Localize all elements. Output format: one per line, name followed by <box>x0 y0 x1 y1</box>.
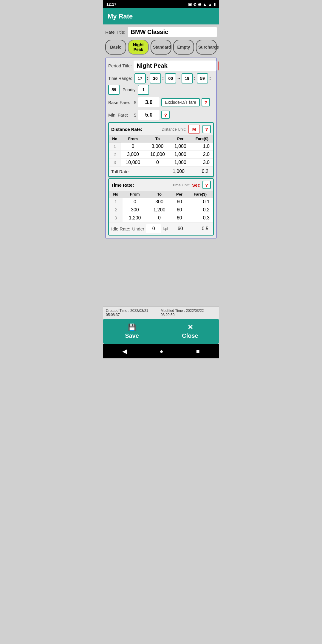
tab-standard[interactable]: Standard <box>151 40 171 55</box>
distance-rate-help-button[interactable]: ? <box>202 125 211 133</box>
tab-bar: Basic Night Peak Standard Empty Surcharg… <box>105 40 217 55</box>
dist-row3-from[interactable]: 10,000 <box>121 159 145 167</box>
toll-per[interactable]: 1,000 <box>167 169 191 174</box>
dist-row2-from[interactable]: 3,000 <box>121 151 145 159</box>
app-title: My Rate <box>108 13 133 20</box>
dist-row1-to[interactable]: 3,000 <box>145 143 170 151</box>
priority-label: Priority: <box>123 87 137 92</box>
action-buttons: 💾 Save ✕ Close <box>103 319 219 344</box>
idle-under-label: Under <box>132 226 144 231</box>
time-row2-from[interactable]: 300 <box>123 206 147 214</box>
nav-bar: ◀ ● ■ <box>103 344 219 358</box>
dist-row1-fare[interactable]: 1.0 <box>191 143 213 151</box>
time-row1-fare[interactable]: 0.1 <box>187 198 213 206</box>
tab-empty[interactable]: Empty <box>173 40 194 55</box>
save-button[interactable]: 💾 Save <box>103 319 161 344</box>
time-row-3: 3 1,200 0 60 0.3 <box>109 214 213 222</box>
time-row1-no: 1 <box>109 198 123 206</box>
priority-input[interactable] <box>138 85 149 95</box>
dist-row-2: 2 3,000 10,000 1,000 2.0 <box>109 151 213 159</box>
wifi-icon: ▲ <box>203 2 207 7</box>
footer-timestamps: Created Time : 2022/03/21 05:08:37 Modif… <box>103 306 219 319</box>
time-sep-3: : <box>194 76 196 81</box>
tab-night-peak[interactable]: Night Peak <box>128 40 149 55</box>
app-header: My Rate <box>103 8 219 24</box>
time-from-min[interactable] <box>150 73 161 83</box>
dist-col-per: Per <box>170 135 191 143</box>
time-row2-fare[interactable]: 0.2 <box>187 206 213 214</box>
recents-button[interactable]: ■ <box>196 348 200 355</box>
dist-row1-no: 1 <box>109 143 121 151</box>
period-delete-button[interactable]: X <box>218 61 219 71</box>
time-row3-fare[interactable]: 0.3 <box>187 214 213 222</box>
close-icon: ✕ <box>188 323 193 331</box>
period-title-label: Period Title: <box>108 63 132 68</box>
time-row1-to[interactable]: 300 <box>147 198 171 206</box>
time-row1-from[interactable]: 0 <box>123 198 147 206</box>
time-row1-per[interactable]: 60 <box>172 198 187 206</box>
close-label: Close <box>182 332 198 339</box>
dist-row3-fare[interactable]: 3.0 <box>191 159 213 167</box>
idle-per[interactable]: 60 <box>171 226 189 231</box>
time-from-hour[interactable] <box>134 73 146 83</box>
time-row3-from[interactable]: 1,200 <box>123 214 147 222</box>
rate-title-input[interactable] <box>128 27 217 37</box>
mini-fare-label: Mini Fare: <box>108 112 132 117</box>
time-to-min[interactable] <box>197 73 208 83</box>
time-row3-to[interactable]: 0 <box>147 214 171 222</box>
period-title-input[interactable] <box>134 61 216 71</box>
back-button[interactable]: ◀ <box>122 348 127 355</box>
toll-fare[interactable]: 0.2 <box>193 169 211 174</box>
status-bar: 12:17 ▣ ⊘ ◉ ▲ ▲ ▮ <box>103 0 219 8</box>
idle-rate-row: Idle Rate: Under kph 60 0.5 <box>109 222 213 235</box>
idle-kph-label: kph <box>163 226 170 231</box>
distance-rate-header: Distance Rate: Distance Unit: M ? <box>109 123 213 135</box>
dist-row2-no: 2 <box>109 151 121 159</box>
base-fare-help-button[interactable]: ? <box>202 98 210 106</box>
time-row2-to[interactable]: 1,200 <box>147 206 171 214</box>
time-sep-1: : <box>147 76 148 81</box>
base-fare-input[interactable] <box>138 97 160 107</box>
time-from-sec[interactable] <box>165 73 176 83</box>
dist-row2-fare[interactable]: 2.0 <box>191 151 213 159</box>
mini-fare-dollar: $ <box>134 112 136 117</box>
main-content: Rate Title: Basic Night Peak Standard Em… <box>103 24 219 306</box>
time-row3-per[interactable]: 60 <box>172 214 187 222</box>
idle-under-input[interactable] <box>146 224 161 233</box>
period-section: Period Title: X Time Range: : : ~ : : Pr… <box>105 58 217 239</box>
dist-row3-no: 3 <box>109 159 121 167</box>
home-button[interactable]: ● <box>160 348 163 355</box>
base-fare-row: Base Fare: $ Exclude-D/T fare ? <box>108 97 214 107</box>
exclude-button[interactable]: Exclude-D/T fare <box>161 98 200 106</box>
time-rate-table: No From To Per Fare($) 1 0 300 60 0.1 <box>109 191 213 222</box>
time-col-from: From <box>123 191 147 198</box>
idle-fare[interactable]: 0.5 <box>191 226 211 231</box>
dist-row3-per[interactable]: 1,000 <box>170 159 191 167</box>
dist-row3-to[interactable]: 0 <box>145 159 170 167</box>
time-rate-help-button[interactable]: ? <box>202 181 211 189</box>
close-button[interactable]: ✕ Close <box>161 319 219 344</box>
mini-fare-input[interactable] <box>138 110 160 120</box>
time-to-sec[interactable] <box>108 85 120 95</box>
time-to-hour[interactable] <box>182 73 193 83</box>
tab-surcharge[interactable]: Surcharge <box>196 40 217 55</box>
time-sep-4: : <box>209 76 211 81</box>
time-range-tilde: ~ <box>177 76 180 81</box>
mini-fare-help-button[interactable]: ? <box>161 111 170 119</box>
dist-row1-per[interactable]: 1,000 <box>170 143 191 151</box>
dist-col-to: To <box>145 135 170 143</box>
mini-fare-row: Mini Fare: $ ? <box>108 110 214 120</box>
time-col-fare: Fare($) <box>187 191 213 198</box>
time-row2-per[interactable]: 60 <box>172 206 187 214</box>
dist-row2-per[interactable]: 1,000 <box>170 151 191 159</box>
tab-basic[interactable]: Basic <box>105 40 126 55</box>
rate-title-label: Rate Title: <box>105 30 126 35</box>
dist-row2-to[interactable]: 10,000 <box>145 151 170 159</box>
distance-unit-button[interactable]: M <box>188 125 200 134</box>
idle-rate-label: Idle Rate: <box>111 226 130 231</box>
save-label: Save <box>125 332 139 339</box>
time-row-1: 1 0 300 60 0.1 <box>109 198 213 206</box>
empty-area <box>105 239 217 304</box>
dist-row1-from[interactable]: 0 <box>121 143 145 151</box>
dist-col-fare: Fare($) <box>191 135 213 143</box>
